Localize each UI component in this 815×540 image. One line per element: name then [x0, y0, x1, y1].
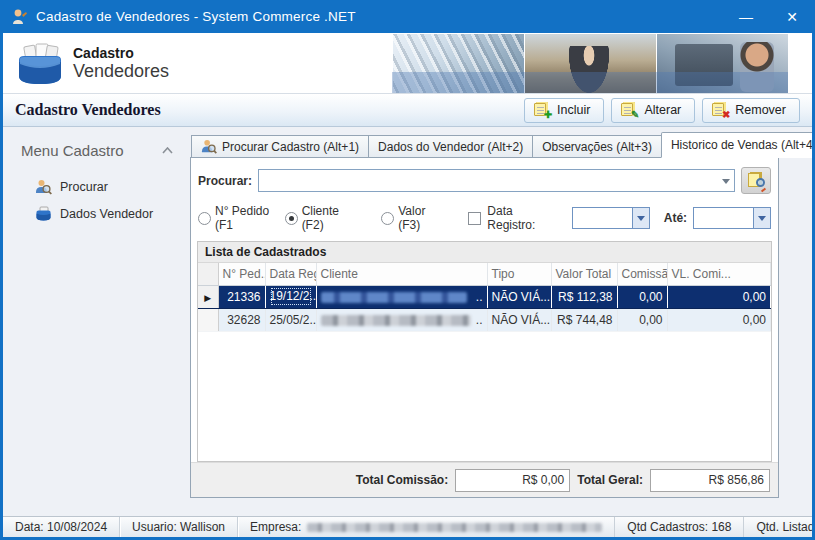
- data-registro-to-combobox[interactable]: [693, 207, 771, 229]
- heading-bar: Cadastro Vendedores ✚ Incluir ✎ Alterar …: [3, 94, 812, 127]
- search-button[interactable]: [741, 167, 771, 194]
- window-title: Cadastro de Vendedores - System Commerce…: [36, 9, 356, 24]
- grid-container: N° Ped... Data Reg. Cliente Tipo Valor T…: [198, 263, 771, 461]
- radio-circle-icon: [198, 212, 211, 225]
- sidebar-menu-items: Procurar Dados Vendedor: [35, 179, 190, 222]
- status-qtd-cadastros: Qtd Cadastros: 168: [614, 517, 743, 537]
- radio-valor[interactable]: Valor (F3): [381, 204, 446, 232]
- col-valor-total[interactable]: Valor Total: [551, 263, 617, 285]
- cell-pedido[interactable]: 32628: [218, 308, 265, 331]
- status-usuario: Usuario: Wallison: [120, 517, 238, 537]
- person-search-icon: [201, 139, 217, 154]
- minimize-button[interactable]: —: [723, 0, 769, 33]
- row-selector-header[interactable]: [198, 263, 218, 285]
- chevron-down-icon[interactable]: [722, 179, 730, 184]
- banner-photos: [392, 34, 788, 93]
- tabstrip: Procurar Cadastro (Alt+1) Dados do Vende…: [190, 132, 779, 158]
- cell-data[interactable]: 19/12/2...: [265, 285, 316, 308]
- status-empresa: Empresa:: [238, 517, 614, 537]
- page-title: Cadastro Vendedores: [15, 101, 161, 119]
- remover-button[interactable]: ✖ Remover: [702, 98, 800, 123]
- radio-circle-icon: [285, 212, 298, 225]
- body: Menu Cadastro Procurar: [3, 127, 812, 516]
- chevron-up-icon[interactable]: [162, 147, 173, 154]
- sidebar-item-procurar-label: Procurar: [60, 180, 108, 194]
- tab-historico-vendas-label: Historico de Vendas (Alt+4): [671, 138, 815, 152]
- note-edit-icon: ✎: [620, 102, 637, 118]
- total-comissao-label: Total Comissão:: [356, 473, 448, 487]
- filter-row: N° Pedido (F1 Cliente (F2) Valor (F3) Da…: [191, 196, 778, 241]
- folder-icon: [35, 206, 52, 222]
- radio-circle-icon: [381, 212, 394, 225]
- procurar-combobox[interactable]: [258, 169, 735, 192]
- col-tipo[interactable]: Tipo: [487, 263, 551, 285]
- redacted-client-name: [321, 315, 471, 326]
- table-row[interactable]: ▶ 21336 19/12/2... .. NÃO VIÁ... R$ 112,…: [198, 285, 771, 308]
- totals-bar: Total Comissão: R$ 0,00 Total Geral: R$ …: [191, 462, 778, 497]
- total-comissao-value: R$ 0,00: [455, 469, 570, 492]
- radio-cliente[interactable]: Cliente (F2): [285, 204, 360, 232]
- sidebar-menu-header[interactable]: Menu Cadastro: [21, 142, 173, 159]
- cell-cliente[interactable]: ..: [316, 308, 487, 331]
- cell-cliente[interactable]: ..: [316, 285, 487, 308]
- cell-valor-total[interactable]: R$ 112,38: [551, 285, 617, 308]
- radio-numero-pedido-label: N° Pedido (F1: [215, 204, 285, 232]
- tab-observacoes[interactable]: Observações (Alt+3): [532, 135, 661, 158]
- chevron-down-icon[interactable]: [753, 208, 770, 228]
- main-area: Procurar Cadastro (Alt+1) Dados do Vende…: [190, 132, 812, 516]
- banner: Cadastro Vendedores: [3, 33, 812, 94]
- sidebar-item-procurar[interactable]: Procurar: [35, 179, 190, 195]
- person-search-icon: [35, 179, 52, 195]
- cell-comissao[interactable]: 0,00: [617, 285, 667, 308]
- tab-dados-vendedor[interactable]: Dados do Vendedor (Alt+2): [368, 135, 532, 158]
- cell-tipo[interactable]: NÃO VIÁ...: [487, 285, 551, 308]
- app-window: Cadastro de Vendedores - System Commerce…: [0, 0, 815, 540]
- radio-numero-pedido[interactable]: N° Pedido (F1: [198, 204, 285, 232]
- alterar-button[interactable]: ✎ Alterar: [611, 98, 695, 123]
- tab-procurar-cadastro-label: Procurar Cadastro (Alt+1): [222, 140, 359, 154]
- sidebar-item-dados-vendedor[interactable]: Dados Vendedor: [35, 206, 190, 222]
- banner-title-line2: Vendedores: [73, 61, 169, 82]
- tab-historico-vendas[interactable]: Historico de Vendas (Alt+4): [661, 132, 815, 158]
- cell-vl-comissao[interactable]: 0,00: [667, 308, 771, 331]
- search-row: Procurar:: [191, 158, 778, 196]
- col-comissao[interactable]: Comissão: [617, 263, 667, 285]
- row-selector-cell[interactable]: ▶: [198, 285, 218, 308]
- tab-dados-vendedor-label: Dados do Vendedor (Alt+2): [378, 140, 523, 154]
- status-data: Data: 10/08/2024: [3, 517, 120, 537]
- incluir-button-label: Incluir: [557, 103, 590, 117]
- row-arrow-icon: ▶: [204, 293, 211, 303]
- col-cliente[interactable]: Cliente: [316, 263, 487, 285]
- chevron-down-icon[interactable]: [632, 208, 649, 228]
- col-pedido[interactable]: N° Ped...: [218, 263, 265, 285]
- tab-observacoes-label: Observações (Alt+3): [542, 140, 652, 154]
- table-row[interactable]: 32628 25/05/2... .. NÃO VIÁ... R$ 744,48…: [198, 308, 771, 331]
- cell-valor-total[interactable]: R$ 744,48: [551, 308, 617, 331]
- col-vl-comissao[interactable]: VL. Comi...: [667, 263, 771, 285]
- close-button[interactable]: ✕: [769, 0, 815, 33]
- cell-tipo[interactable]: NÃO VIÁ...: [487, 308, 551, 331]
- col-data[interactable]: Data Reg.: [265, 263, 316, 285]
- cell-comissao[interactable]: 0,00: [617, 308, 667, 331]
- data-registro-from-combobox[interactable]: [572, 207, 650, 229]
- note-add-icon: ✚: [533, 102, 550, 118]
- lista-cadastrados-title: Lista de Cadastrados: [198, 242, 771, 263]
- cell-vl-comissao[interactable]: 0,00: [667, 285, 771, 308]
- search-notes-icon: [747, 172, 765, 189]
- radio-valor-label: Valor (F3): [398, 204, 446, 232]
- cell-pedido[interactable]: 21336: [218, 285, 265, 308]
- tab-procurar-cadastro[interactable]: Procurar Cadastro (Alt+1): [191, 135, 368, 158]
- data-registro-checkbox[interactable]: Data Registro:: [468, 204, 558, 232]
- incluir-button[interactable]: ✚ Incluir: [524, 98, 604, 123]
- banner-photo-band: [392, 72, 788, 93]
- sidebar-item-dados-vendedor-label: Dados Vendedor: [60, 207, 153, 221]
- alterar-button-label: Alterar: [644, 103, 681, 117]
- redacted-empresa-name: [307, 523, 602, 532]
- cell-data[interactable]: 25/05/2...: [265, 308, 316, 331]
- grid-header-row: N° Ped... Data Reg. Cliente Tipo Valor T…: [198, 263, 771, 285]
- toolbar: ✚ Incluir ✎ Alterar ✖ Remover: [524, 98, 800, 123]
- banner-title-line1: Cadastro: [73, 45, 169, 61]
- sidebar-menu-title: Menu Cadastro: [21, 142, 124, 159]
- banner-titles: Cadastro Vendedores: [73, 45, 169, 82]
- row-selector-cell[interactable]: [198, 308, 218, 331]
